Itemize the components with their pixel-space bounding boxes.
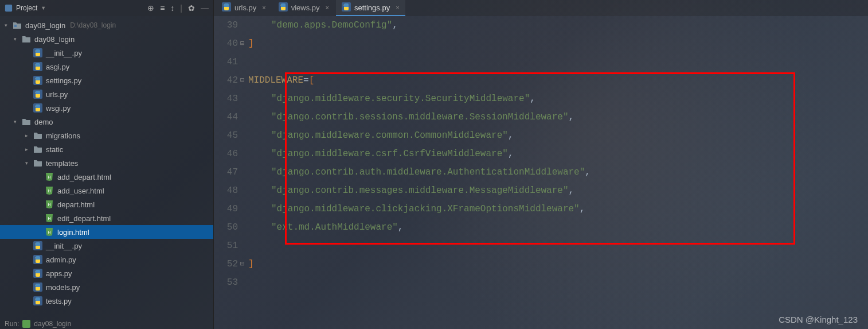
line-number: 53 bbox=[214, 273, 238, 292]
tree-item-label: templates bbox=[46, 159, 78, 168]
tree-item-settings-py[interactable]: settings.py bbox=[0, 73, 213, 87]
tree-item-label: depart.html bbox=[57, 200, 95, 209]
tree-item-__init__-py[interactable]: __init__.py bbox=[0, 46, 213, 60]
code-line-44[interactable]: "django.contrib.sessions.middleware.Sess… bbox=[248, 108, 868, 126]
code-line-48[interactable]: "django.contrib.messages.middleware.Mess… bbox=[248, 181, 868, 200]
project-icon bbox=[13, 21, 23, 30]
tree-item-add_depart-html[interactable]: Hadd_depart.html bbox=[0, 170, 213, 184]
py-icon bbox=[33, 76, 44, 85]
code-token: , bbox=[392, 16, 398, 34]
code-token: , bbox=[568, 181, 574, 200]
py-icon bbox=[33, 90, 44, 99]
code-token: MIDDLEWARE bbox=[248, 71, 303, 90]
code-line-51[interactable] bbox=[248, 237, 868, 255]
code-content[interactable]: "demo.apps.DemoConfig",⊟]⊟MIDDLEWARE = [… bbox=[248, 16, 868, 329]
code-line-53[interactable] bbox=[248, 273, 868, 292]
line-number: 45 bbox=[214, 126, 238, 145]
tab-urls-py[interactable]: urls.py× bbox=[216, 0, 272, 16]
run-bar[interactable]: Run: day08_login bbox=[0, 319, 214, 329]
tree-item-login-html[interactable]: Hlogin.html bbox=[0, 225, 213, 239]
code-line-41[interactable] bbox=[248, 53, 868, 71]
fold-marker-icon[interactable]: ⊟ bbox=[240, 34, 244, 53]
code-line-49[interactable]: "django.middleware.clickjacking.XFrameOp… bbox=[248, 200, 868, 218]
chevron-right-icon[interactable]: ▸ bbox=[25, 133, 33, 138]
svg-text:H: H bbox=[48, 216, 50, 220]
py-icon bbox=[33, 296, 44, 305]
project-tree[interactable]: ▾day08_loginD:\day08_login▾day08_login__… bbox=[0, 16, 213, 329]
code-line-42[interactable]: ⊟MIDDLEWARE = [ bbox=[248, 71, 868, 90]
code-token: "django.middleware.csrf.CsrfViewMiddlewa… bbox=[271, 145, 508, 163]
line-gutter: 394041424344454647484950515253 bbox=[214, 16, 248, 329]
tree-item-label: asgi.py bbox=[46, 63, 69, 71]
close-icon[interactable]: × bbox=[326, 4, 329, 11]
tree-item-demo[interactable]: ▾demo bbox=[0, 115, 213, 129]
tree-item-wsgi-py[interactable]: wsgi.py bbox=[0, 101, 213, 115]
sidebar-title[interactable]: Project ▼ bbox=[5, 4, 46, 12]
code-line-52[interactable]: ⊟] bbox=[248, 255, 868, 273]
tree-item-models-py[interactable]: models.py bbox=[0, 280, 213, 294]
tab-settings-py[interactable]: settings.py× bbox=[336, 0, 405, 16]
code-token: "demo.apps.DemoConfig" bbox=[271, 16, 392, 34]
line-number: 43 bbox=[214, 90, 238, 108]
code-token: [ bbox=[309, 71, 315, 90]
tab-label: urls.py bbox=[234, 3, 256, 12]
code-line-45[interactable]: "django.middleware.common.CommonMiddlewa… bbox=[248, 126, 868, 145]
svg-rect-0 bbox=[5, 5, 12, 11]
code-line-47[interactable]: "django.contrib.auth.middleware.Authenti… bbox=[248, 163, 868, 181]
code-line-39[interactable]: "demo.apps.DemoConfig", bbox=[248, 16, 868, 34]
chevron-down-icon[interactable]: ▾ bbox=[5, 22, 13, 28]
code-token: "django.middleware.security.SecurityMidd… bbox=[271, 90, 530, 108]
line-number: 50 bbox=[214, 218, 238, 237]
tree-item-static[interactable]: ▸static bbox=[0, 142, 213, 156]
chevron-down-icon[interactable]: ▾ bbox=[14, 119, 22, 125]
tree-item-path: D:\day08_login bbox=[70, 21, 116, 29]
tree-item-label: edit_depart.html bbox=[57, 214, 111, 223]
locate-icon[interactable]: ⊕ bbox=[147, 3, 154, 13]
watermark: CSDN @Kinght_123 bbox=[779, 315, 858, 324]
line-number: 51 bbox=[214, 237, 238, 255]
collapse-icon[interactable]: ↕ bbox=[170, 3, 174, 13]
code-line-43[interactable]: "django.middleware.security.SecurityMidd… bbox=[248, 90, 868, 108]
tree-item-day08_login[interactable]: ▾day08_loginD:\day08_login bbox=[0, 18, 213, 32]
fold-marker-icon[interactable]: ⊟ bbox=[240, 71, 244, 90]
code-token: "ext.md.AuthMiddleware" bbox=[271, 218, 398, 237]
code-line-46[interactable]: "django.middleware.csrf.CsrfViewMiddlewa… bbox=[248, 145, 868, 163]
code-token: , bbox=[508, 145, 514, 163]
project-sidebar: Project ▼ ⊕ ≡ ↕ | ✿ — ▾day08_loginD:\day… bbox=[0, 0, 214, 329]
folder-icon bbox=[22, 34, 32, 44]
hide-icon[interactable]: — bbox=[201, 3, 209, 13]
tree-item-day08_login[interactable]: ▾day08_login bbox=[0, 32, 213, 46]
code-line-50[interactable]: "ext.md.AuthMiddleware", bbox=[248, 218, 868, 237]
close-icon[interactable]: × bbox=[396, 4, 399, 11]
tree-item-tests-py[interactable]: tests.py bbox=[0, 294, 213, 308]
tree-item-admin-py[interactable]: admin.py bbox=[0, 253, 213, 266]
tree-item-migrations[interactable]: ▸migrations bbox=[0, 129, 213, 142]
close-icon[interactable]: × bbox=[262, 4, 265, 11]
tab-views-py[interactable]: views.py× bbox=[273, 0, 335, 16]
chevron-down-icon[interactable]: ▾ bbox=[14, 36, 22, 42]
line-number: 46 bbox=[214, 145, 238, 163]
html-icon: H bbox=[45, 214, 55, 223]
svg-text:H: H bbox=[48, 189, 50, 193]
settings-icon[interactable]: ✿ bbox=[188, 3, 195, 13]
line-number: 42 bbox=[214, 71, 238, 90]
tree-item-depart-html[interactable]: Hdepart.html bbox=[0, 198, 213, 211]
svg-text:H: H bbox=[48, 203, 50, 207]
editor-body[interactable]: 394041424344454647484950515253 "demo.app… bbox=[214, 16, 868, 329]
tree-item-edit_depart-html[interactable]: Hedit_depart.html bbox=[0, 211, 213, 225]
run-target: day08_login bbox=[34, 320, 71, 328]
tree-item-__init__-py[interactable]: __init__.py bbox=[0, 239, 213, 253]
code-line-40[interactable]: ⊟] bbox=[248, 34, 868, 53]
svg-rect-33 bbox=[22, 320, 30, 328]
tree-item-urls-py[interactable]: urls.py bbox=[0, 87, 213, 101]
tree-item-add_user-html[interactable]: Hadd_user.html bbox=[0, 184, 213, 198]
fold-marker-icon[interactable]: ⊟ bbox=[240, 255, 244, 273]
chevron-down-icon[interactable]: ▾ bbox=[25, 160, 33, 166]
tree-item-asgi-py[interactable]: asgi.py bbox=[0, 60, 213, 73]
tree-item-templates[interactable]: ▾templates bbox=[0, 156, 213, 170]
python-file-icon bbox=[279, 2, 288, 13]
chevron-right-icon[interactable]: ▸ bbox=[25, 146, 33, 152]
expand-icon[interactable]: ≡ bbox=[160, 3, 165, 13]
python-file-icon bbox=[342, 2, 351, 13]
tree-item-apps-py[interactable]: apps.py bbox=[0, 266, 213, 280]
